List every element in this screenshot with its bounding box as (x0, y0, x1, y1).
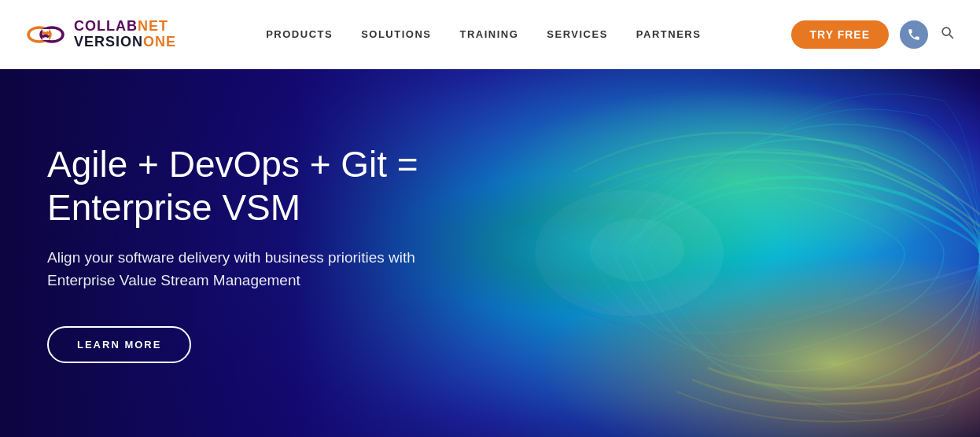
nav-partners[interactable]: PARTNERS (636, 28, 702, 40)
nav-training[interactable]: TRAINING (459, 28, 518, 40)
hero-subtitle: Align your software delivery with busine… (47, 247, 425, 292)
logo-text: COLLABNET VERSIONONE (74, 19, 176, 50)
search-icon (939, 24, 955, 40)
header: COLLABNET VERSIONONE PRODUCTS SOLUTIONS … (0, 0, 980, 69)
main-nav: PRODUCTS SOLUTIONS TRAINING SERVICES PAR… (266, 28, 701, 40)
phone-button[interactable] (900, 20, 928, 49)
logo-collabnet: COLLABNET (74, 19, 176, 35)
logo-icon (25, 19, 66, 50)
hero-title: Agile + DevOps + Git = Enterprise VSM (47, 143, 464, 230)
learn-more-button[interactable]: LEARN MORE (47, 326, 191, 363)
phone-icon (907, 28, 921, 42)
try-free-button[interactable]: TRY FREE (791, 20, 889, 49)
logo-area[interactable]: COLLABNET VERSIONONE (25, 19, 176, 50)
nav-products[interactable]: PRODUCTS (266, 28, 333, 40)
hero-section: Agile + DevOps + Git = Enterprise VSM Al… (0, 69, 980, 437)
hero-content: Agile + DevOps + Git = Enterprise VSM Al… (0, 143, 511, 363)
nav-services[interactable]: SERVICES (547, 28, 608, 40)
nav-solutions[interactable]: SOLUTIONS (361, 28, 431, 40)
logo-versionone: VERSIONONE (74, 35, 176, 50)
search-button[interactable] (939, 24, 955, 44)
header-actions: TRY FREE (791, 20, 955, 49)
